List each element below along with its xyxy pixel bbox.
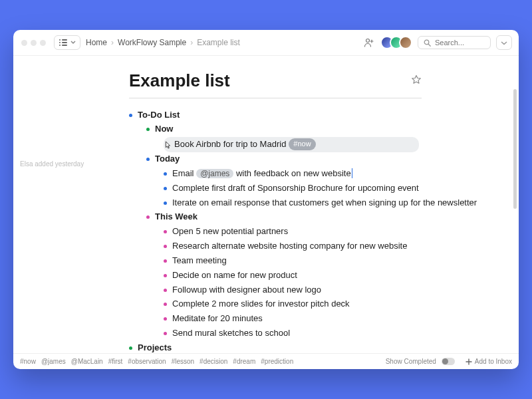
tag-link[interactable]: #now — [20, 358, 36, 365]
bullet-icon[interactable] — [164, 230, 167, 233]
outline-node[interactable]: Meditate for 20 minutes — [164, 312, 519, 327]
presence-avatars[interactable] — [380, 36, 412, 49]
node-text[interactable]: Send mural sketches to school — [172, 327, 290, 340]
breadcrumb-current: Example list — [197, 38, 240, 47]
breadcrumb-home[interactable]: Home — [86, 38, 107, 47]
search-icon — [424, 39, 431, 47]
node-text[interactable]: Today — [155, 153, 180, 166]
node-text[interactable]: Meditate for 20 minutes — [172, 313, 263, 325]
add-person-button[interactable] — [363, 37, 375, 49]
tag-link[interactable]: @james — [41, 358, 66, 365]
bullet-icon[interactable] — [129, 346, 132, 350]
outline-node[interactable]: Projects — [129, 341, 519, 354]
bullet-icon[interactable] — [146, 215, 150, 219]
outline-node[interactable]: To-Do List — [129, 108, 519, 122]
person-plus-icon — [364, 38, 374, 47]
tag-link[interactable]: #first — [108, 358, 123, 365]
bullet-icon[interactable] — [164, 172, 167, 176]
pointer-cursor-icon — [164, 141, 172, 150]
star-icon — [411, 74, 422, 85]
chevron-right-icon: › — [190, 38, 193, 47]
plus-icon — [466, 358, 472, 365]
outline-node[interactable]: Followup with designer about new logo — [164, 283, 519, 297]
traffic-close[interactable] — [21, 40, 27, 46]
outline-node[interactable]: Decide on name for new product — [164, 268, 519, 283]
breadcrumb: Home › WorkFlowy Sample › Example list — [86, 38, 240, 47]
outline-node[interactable]: Today — [146, 152, 519, 167]
tag-link[interactable]: #decision — [200, 358, 227, 365]
traffic-max[interactable] — [40, 40, 46, 46]
svg-point-4 — [59, 45, 61, 46]
outline-node[interactable]: Email @james with feedback on new websit… — [164, 166, 519, 181]
outline-node[interactable]: Complete first draft of Sponsorship Broc… — [164, 181, 519, 196]
node-text[interactable]: Iterate on email response that customers… — [172, 197, 477, 209]
avatar[interactable] — [399, 36, 412, 49]
svg-rect-5 — [62, 45, 67, 46]
tag-link[interactable]: #prediction — [261, 358, 293, 365]
app-window: Home › WorkFlowy Sample › Example list — [13, 30, 519, 369]
node-text[interactable]: Decide on name for new product — [172, 269, 297, 282]
svg-rect-3 — [62, 42, 67, 43]
view-mode-button[interactable] — [54, 35, 80, 50]
node-text[interactable]: Book Airbnb for trip to Madrid — [174, 138, 286, 151]
page-title[interactable]: Example list — [129, 70, 411, 91]
node-text[interactable]: Open 5 new potential partners — [172, 225, 288, 238]
tag-shortcuts: #now @james @MacLain #first #observation… — [20, 358, 293, 365]
inline-tag[interactable]: #now — [289, 138, 315, 150]
bullet-icon[interactable] — [146, 158, 150, 161]
outline-node[interactable]: Research alternate website hosting compa… — [164, 239, 519, 254]
svg-point-0 — [59, 39, 61, 41]
node-text[interactable]: Email @james with feedback on new websit… — [172, 168, 352, 180]
traffic-min[interactable] — [31, 40, 37, 46]
node-text[interactable]: Now — [155, 123, 173, 136]
document-body: Example list Elsa added yesterday To-Do … — [13, 56, 519, 353]
mention[interactable]: @james — [196, 169, 233, 178]
node-text[interactable]: Followup with designer about new logo — [172, 284, 321, 297]
search-box[interactable] — [418, 36, 491, 49]
bullet-icon[interactable] — [164, 201, 167, 205]
show-completed-toggle[interactable] — [442, 358, 455, 365]
more-menu-button[interactable] — [496, 35, 512, 50]
outline-node[interactable]: Complete 2 more slides for investor pitc… — [164, 297, 519, 312]
traffic-lights — [20, 40, 49, 46]
outline-node[interactable]: Iterate on email response that customers… — [164, 196, 519, 210]
bullet-icon[interactable] — [164, 274, 167, 277]
bullet-icon[interactable] — [164, 187, 167, 190]
star-button[interactable] — [411, 74, 422, 88]
node-text[interactable]: Projects — [138, 342, 172, 353]
bullet-icon[interactable] — [164, 289, 167, 292]
bullet-icon[interactable] — [129, 114, 132, 117]
add-to-inbox-label: Add to Inbox — [475, 358, 512, 365]
node-text[interactable]: Team meeting — [172, 255, 227, 267]
bullet-icon[interactable] — [164, 332, 167, 335]
bullet-icon[interactable] — [164, 317, 167, 321]
outline[interactable]: Elsa added yesterday To-Do List Now Book… — [13, 108, 519, 353]
outline-node[interactable]: Team meeting — [164, 253, 519, 268]
chevron-right-icon: › — [111, 38, 114, 47]
tag-link[interactable]: #dream — [233, 358, 255, 365]
node-text[interactable]: Complete first draft of Sponsorship Broc… — [172, 182, 419, 195]
bullet-icon[interactable] — [164, 259, 167, 263]
show-completed-label: Show Completed — [386, 358, 436, 365]
outline-node[interactable]: Open 5 new potential partners — [164, 225, 519, 239]
breadcrumb-sample[interactable]: WorkFlowy Sample — [118, 38, 186, 47]
node-text[interactable]: This Week — [155, 211, 198, 223]
tag-link[interactable]: @MacLain — [71, 358, 103, 365]
search-input[interactable] — [435, 39, 481, 47]
outline-node-highlighted[interactable]: Book Airbnb for trip to Madrid #now — [164, 137, 419, 152]
outline-node[interactable]: Send mural sketches to school — [164, 327, 519, 341]
bottom-bar: #now @james @MacLain #first #observation… — [13, 353, 519, 369]
node-text[interactable]: To-Do List — [138, 109, 180, 122]
tag-link[interactable]: #observation — [128, 358, 166, 365]
outline-node[interactable]: This Week — [146, 210, 519, 225]
node-text[interactable]: Complete 2 more slides for investor pitc… — [172, 298, 350, 311]
bullet-icon[interactable] — [164, 303, 167, 306]
outline-node[interactable]: Now — [146, 122, 519, 137]
tag-link[interactable]: #lesson — [172, 358, 194, 365]
add-to-inbox-button[interactable]: Add to Inbox — [466, 358, 512, 365]
chevron-down-icon — [70, 41, 76, 45]
bullet-icon[interactable] — [146, 128, 150, 131]
node-text[interactable]: Research alternate website hosting compa… — [172, 240, 407, 253]
bullet-icon[interactable] — [164, 245, 167, 248]
change-note: Elsa added yesterday — [20, 160, 84, 168]
